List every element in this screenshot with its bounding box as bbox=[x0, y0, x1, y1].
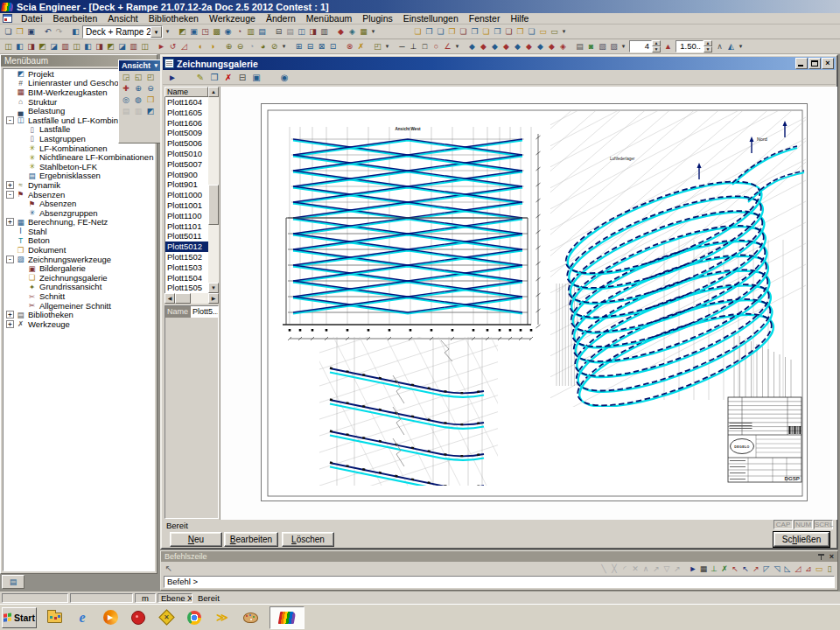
snap-mode-icon[interactable]: ✗ bbox=[719, 563, 730, 575]
window-tool-icon[interactable]: ❏ bbox=[503, 25, 514, 38]
zoom-spinner[interactable]: 1.50.. ▲▼ bbox=[676, 40, 712, 52]
tree-item[interactable]: ✳ Stahlbeton-LFK bbox=[4, 162, 154, 172]
gallery-item[interactable]: Plott5010 bbox=[165, 149, 208, 159]
scale-spin-buttons[interactable]: ▲▼ bbox=[652, 40, 661, 52]
mdi-child-icon[interactable] bbox=[3, 14, 12, 23]
toolbar-icon[interactable]: ◆ bbox=[466, 40, 478, 52]
toolbar-icon[interactable]: ◆ bbox=[512, 40, 523, 52]
tree-item[interactable]: ✦ Grundrissansicht bbox=[4, 283, 154, 292]
tree-item[interactable]: ✳ LF-Kombinationen bbox=[4, 144, 154, 153]
toolbar-icon[interactable]: ◧ bbox=[82, 40, 94, 52]
tree-item[interactable]: T Beton bbox=[4, 236, 154, 246]
project-selector-dropdown-icon[interactable]: ▾ bbox=[150, 26, 162, 38]
toolbar-icon[interactable]: ◧ bbox=[14, 40, 25, 52]
gallery-item[interactable]: Plott1100 bbox=[165, 211, 208, 221]
toolbar-icon[interactable]: ↺ bbox=[167, 40, 178, 52]
toolbar-icon[interactable]: ◔ bbox=[246, 40, 257, 52]
expand-toggle-icon[interactable]: - bbox=[6, 116, 14, 124]
project-dropdown-icon[interactable]: ▾ bbox=[164, 25, 172, 38]
toolbar-icon[interactable]: ◰ bbox=[372, 40, 383, 52]
dropdown-arrow-icon[interactable]: ▾ bbox=[737, 40, 745, 52]
toolbar-icon[interactable]: ◨ bbox=[94, 40, 105, 52]
tree-item[interactable]: - ▨ Zeichnungswerkzeuge bbox=[4, 255, 154, 264]
toolbar-icon[interactable]: ▤ bbox=[284, 25, 296, 38]
undo-icon[interactable]: ↶ bbox=[42, 25, 53, 38]
window-tool-icon[interactable]: ▭ bbox=[549, 25, 560, 38]
ansicht-toolbar-titlebar[interactable]: Ansicht ▾ bbox=[119, 60, 160, 71]
tree-item[interactable]: + ▦ Berechnung, FE-Netz bbox=[4, 218, 154, 228]
tree-item[interactable]: + ✗ Werkzeuge bbox=[4, 319, 154, 329]
gallery-item[interactable]: Plott1606 bbox=[165, 118, 208, 129]
toolbar-icon[interactable]: ─ bbox=[396, 40, 408, 52]
view-tool-icon[interactable]: ◱ bbox=[132, 72, 144, 83]
toolbar-icon[interactable]: ◳ bbox=[200, 25, 211, 38]
dropdown-arrow-icon[interactable]: ▾ bbox=[560, 25, 568, 38]
dropdown-arrow-icon[interactable]: ▾ bbox=[453, 40, 461, 52]
close-button[interactable]: × bbox=[822, 58, 834, 69]
tree-item[interactable]: - ⚑ Absenzen bbox=[4, 190, 154, 200]
arrows-app-icon[interactable]: ≫ bbox=[212, 607, 233, 628]
maximize-button[interactable] bbox=[808, 58, 821, 69]
window-tool-icon[interactable]: ❏ bbox=[412, 25, 424, 38]
zoom-spin-buttons[interactable]: ▲▼ bbox=[704, 40, 712, 52]
toolbar-icon[interactable]: ◭ bbox=[725, 40, 737, 52]
view-tool-icon[interactable]: ◩ bbox=[144, 106, 157, 117]
save-icon[interactable]: ▣ bbox=[25, 25, 37, 38]
close-dialog-button[interactable]: Schließen bbox=[774, 532, 830, 547]
menu-item[interactable]: Einstellungen bbox=[398, 13, 464, 24]
snap-mode-icon[interactable]: ◺ bbox=[782, 563, 793, 575]
tree-item[interactable]: ✂ Schnitt bbox=[4, 291, 154, 301]
window-tool-icon[interactable]: ❐ bbox=[424, 25, 435, 38]
toolbar-icon[interactable]: ∠ bbox=[442, 40, 453, 52]
gallery-item[interactable]: Plott901 bbox=[165, 179, 208, 190]
snap-mode-icon[interactable]: ╳ bbox=[609, 563, 620, 575]
tree-item[interactable]: ⚑ Absenzen bbox=[4, 199, 154, 208]
toolbar-icon[interactable]: ⊖ bbox=[234, 40, 246, 52]
menu-item[interactable]: Bibliotheken bbox=[144, 13, 204, 24]
copy-icon[interactable]: ❐ bbox=[207, 71, 221, 84]
toolbar-icon[interactable]: ◈ bbox=[346, 25, 358, 38]
gallery-item[interactable]: Plott5011 bbox=[165, 231, 208, 242]
toolbar-icon[interactable]: ◑ bbox=[206, 40, 218, 52]
snap-mode-icon[interactable]: ∧ bbox=[640, 563, 651, 575]
toolbar-icon[interactable]: ◫ bbox=[71, 40, 82, 52]
new-project-icon[interactable]: ❏ bbox=[3, 25, 14, 38]
command-panel-titlebar[interactable]: Befehlszeile × bbox=[161, 551, 837, 562]
toolbar-icon[interactable]: ⊥ bbox=[408, 40, 419, 52]
hand-app-icon[interactable] bbox=[128, 607, 149, 628]
scale-value[interactable]: 4 bbox=[629, 40, 652, 52]
toolbar-icon[interactable]: ▧ bbox=[597, 40, 608, 52]
toolbar-icon[interactable]: ◪ bbox=[48, 40, 60, 52]
status-plane[interactable]: Ebene XY bbox=[158, 593, 192, 603]
close-icon[interactable]: × bbox=[830, 553, 834, 561]
property-name-value[interactable]: Plott5... bbox=[191, 306, 218, 318]
snap-mode-icon[interactable]: ↖ bbox=[730, 563, 740, 575]
dropdown-arrow-icon[interactable]: ▾ bbox=[369, 25, 377, 38]
expand-toggle-icon[interactable]: - bbox=[6, 191, 14, 199]
gallery-item[interactable]: Plott1504 bbox=[165, 273, 208, 284]
toolbar-icon[interactable]: ⊠ bbox=[316, 40, 327, 52]
gallery-item[interactable]: Plott1502 bbox=[165, 252, 208, 262]
view-tool-icon[interactable]: ◍ bbox=[132, 94, 144, 106]
snap-mode-icon[interactable]: ► bbox=[688, 563, 698, 575]
window-tool-icon[interactable]: ❏ bbox=[435, 25, 446, 38]
menu-item[interactable]: Ändern bbox=[261, 13, 301, 24]
toolbar-icon[interactable]: ⊟ bbox=[304, 40, 316, 52]
toolbar-icon[interactable]: ▥ bbox=[245, 25, 256, 38]
zoom-in-icon[interactable]: ⊕ bbox=[132, 83, 144, 94]
redo-icon[interactable]: ↷ bbox=[53, 25, 65, 38]
status-unit[interactable]: m bbox=[135, 593, 156, 603]
toolbar-icon[interactable]: ◪ bbox=[116, 40, 128, 52]
window-tool-icon[interactable]: ❐ bbox=[469, 25, 480, 38]
toolbar-icon[interactable]: ▥ bbox=[60, 40, 71, 52]
gallery-item[interactable]: Plott5012 bbox=[165, 242, 208, 252]
toolbar-icon[interactable]: ⊕ bbox=[223, 40, 234, 52]
edit-icon[interactable]: ✎ bbox=[193, 71, 207, 84]
tree-item[interactable]: + ≈ Dynamik bbox=[4, 180, 154, 190]
view-tool-icon[interactable]: ◲ bbox=[120, 72, 132, 83]
toolbar-icon[interactable]: ◕ bbox=[257, 40, 269, 52]
dialog-button[interactable]: Löschen bbox=[282, 532, 334, 547]
gallery-item[interactable]: Plott5006 bbox=[165, 138, 208, 149]
toolbar-icon[interactable]: ⊞ bbox=[293, 40, 304, 52]
toolbar-icon[interactable]: ▩ bbox=[211, 25, 222, 38]
